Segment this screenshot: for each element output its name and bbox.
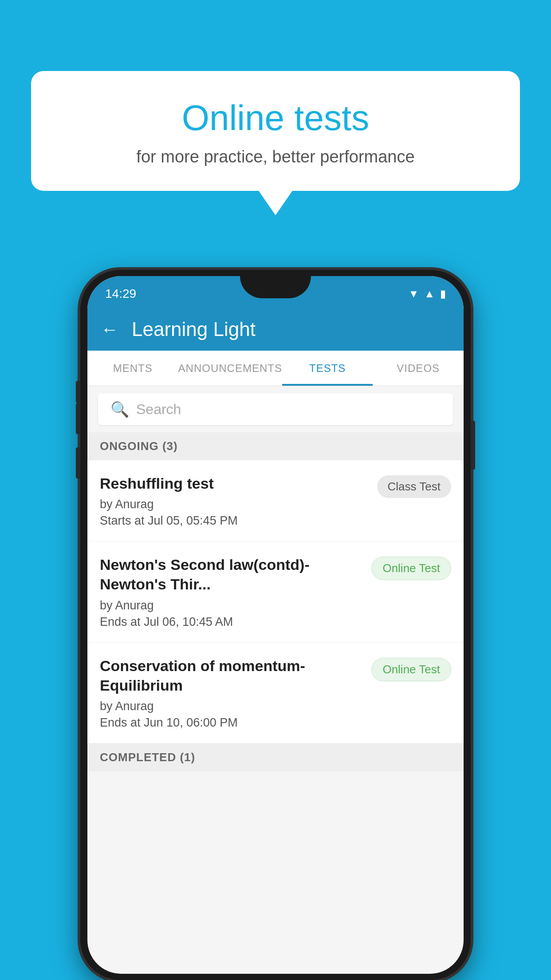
bubble-title: Online tests — [53, 98, 498, 138]
status-time: 14:29 — [105, 287, 136, 301]
search-icon: 🔍 — [110, 400, 129, 418]
back-button[interactable]: ← — [101, 320, 118, 340]
tab-ments[interactable]: MENTS — [87, 351, 178, 386]
ongoing-label: ONGOING (3) — [100, 439, 178, 453]
phone-screen: 14:29 ▼ ▲ ▮ ← Learning Light MENTS ANNOU… — [87, 276, 464, 974]
tab-videos[interactable]: VIDEOS — [373, 351, 464, 386]
signal-icon: ▲ — [424, 288, 435, 300]
test-author: by Anurag — [100, 599, 362, 612]
test-badge: Class Test — [377, 475, 451, 498]
silent-button — [76, 447, 80, 478]
test-info: Conservation of momentum-Equilibrium by … — [100, 656, 362, 730]
volume-up-button — [76, 381, 80, 403]
test-date: Starts at Jul 05, 05:45 PM — [100, 514, 368, 528]
test-author: by Anurag — [100, 699, 362, 713]
test-author: by Anurag — [100, 498, 368, 511]
completed-label: COMPLETED (1) — [100, 751, 195, 764]
power-button — [471, 421, 475, 470]
bubble-subtitle: for more practice, better performance — [53, 147, 498, 166]
search-placeholder: Search — [136, 401, 181, 418]
test-info: Newton's Second law(contd)-Newton's Thir… — [100, 555, 362, 628]
volume-down-button — [76, 403, 80, 434]
phone-wrapper: 14:29 ▼ ▲ ▮ ← Learning Light MENTS ANNOU… — [80, 270, 471, 980]
test-name: Newton's Second law(contd)-Newton's Thir… — [100, 555, 362, 594]
status-icons: ▼ ▲ ▮ — [408, 288, 446, 300]
test-date: Ends at Jun 10, 06:00 PM — [100, 716, 362, 730]
test-list: Reshuffling test by Anurag Starts at Jul… — [87, 460, 464, 743]
test-name: Reshuffling test — [100, 474, 368, 493]
battery-icon: ▮ — [440, 288, 446, 300]
tab-tests[interactable]: TESTS — [282, 351, 373, 386]
test-item[interactable]: Conservation of momentum-Equilibrium by … — [87, 643, 464, 743]
test-item[interactable]: Newton's Second law(contd)-Newton's Thir… — [87, 541, 464, 642]
test-item[interactable]: Reshuffling test by Anurag Starts at Jul… — [87, 460, 464, 541]
tabs-bar: MENTS ANNOUNCEMENTS TESTS VIDEOS — [87, 351, 464, 386]
test-badge: Online Test — [371, 557, 451, 580]
test-info: Reshuffling test by Anurag Starts at Jul… — [100, 474, 368, 528]
search-container: 🔍 Search — [87, 386, 464, 432]
ongoing-section-header: ONGOING (3) — [87, 432, 464, 460]
tab-announcements[interactable]: ANNOUNCEMENTS — [178, 351, 282, 386]
speech-bubble: Online tests for more practice, better p… — [31, 71, 520, 191]
wifi-icon: ▼ — [408, 288, 419, 300]
test-date: Ends at Jul 06, 10:45 AM — [100, 615, 362, 629]
completed-section-header: COMPLETED (1) — [87, 743, 464, 771]
test-badge: Online Test — [371, 658, 451, 681]
search-bar[interactable]: 🔍 Search — [98, 393, 453, 425]
app-bar: ← Learning Light — [87, 308, 464, 351]
test-name: Conservation of momentum-Equilibrium — [100, 656, 362, 695]
app-title: Learning Light — [132, 318, 256, 340]
notch — [240, 276, 311, 298]
